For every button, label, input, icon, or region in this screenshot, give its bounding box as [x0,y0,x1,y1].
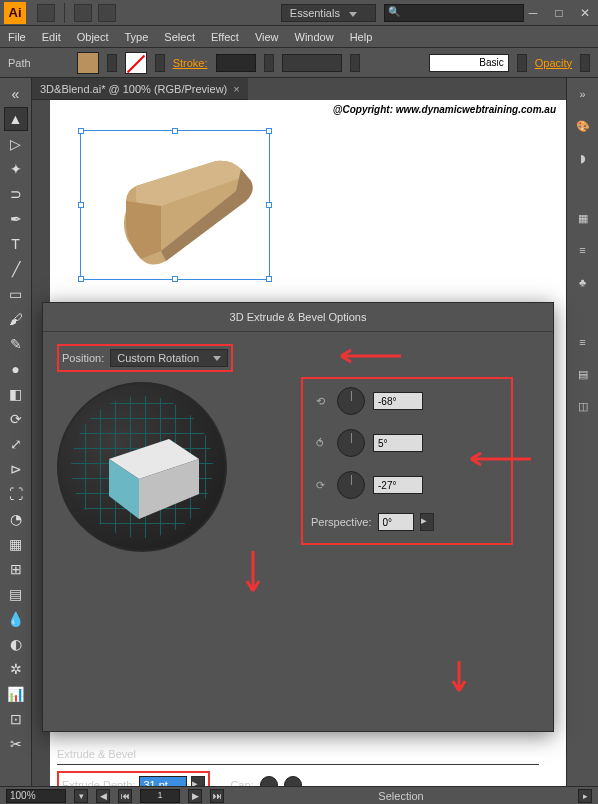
blob-brush-tool[interactable]: ● [4,357,28,381]
artboard-tool[interactable]: ⊡ [4,707,28,731]
maximize-button[interactable]: □ [550,6,568,20]
blend-tool[interactable]: ◐ [4,632,28,656]
selection-tool[interactable]: ▲ [4,107,28,131]
close-button[interactable]: ✕ [576,6,594,20]
transparency-panel-icon[interactable]: ◫ [571,394,595,418]
rotate-y-input[interactable] [373,434,423,452]
zoom-dropdown[interactable]: ▾ [74,789,88,803]
collapse-icon[interactable]: « [4,82,28,106]
handle-br[interactable] [266,276,272,282]
eyedropper-tool[interactable]: 💧 [4,607,28,631]
menu-type[interactable]: Type [125,31,149,43]
document-tab[interactable]: 3D&Blend.ai* @ 100% (RGB/Preview) × [32,78,248,100]
rotate-x-knob[interactable] [337,387,365,415]
rotate-y-knob[interactable] [337,429,365,457]
pencil-tool[interactable]: ✎ [4,332,28,356]
stroke-weight-dropdown[interactable] [264,54,274,72]
handle-bm[interactable] [172,276,178,282]
rotate-y-icon: ⥀ [311,436,329,450]
brushes-panel-icon[interactable]: ≡ [571,238,595,262]
menu-file[interactable]: File [8,31,26,43]
brush-preview[interactable]: Basic [429,54,509,72]
rotate-z-knob[interactable] [337,471,365,499]
menu-view[interactable]: View [255,31,279,43]
mesh-tool[interactable]: ⊞ [4,557,28,581]
rotation-preview[interactable] [57,382,227,552]
artboard-num[interactable]: 1 [140,789,180,803]
rotate-x-input[interactable] [373,392,423,410]
rotate-tool[interactable]: ⟳ [4,407,28,431]
collapse-right-icon[interactable]: » [571,82,595,106]
artboard-next[interactable]: ▶ [188,789,202,803]
graph-tool[interactable]: 📊 [4,682,28,706]
symbol-sprayer-tool[interactable]: ✲ [4,657,28,681]
opacity-label[interactable]: Opacity [535,57,572,69]
menu-edit[interactable]: Edit [42,31,61,43]
close-tab-icon[interactable]: × [233,83,239,95]
workspace-label: Essentials [290,7,340,19]
symbols-panel-icon[interactable]: ♣ [571,270,595,294]
brush-dropdown[interactable] [517,54,527,72]
rotate-z-input[interactable] [373,476,423,494]
artboard-first[interactable]: ⏮ [118,789,132,803]
app-logo: Ai [4,2,26,24]
menu-window[interactable]: Window [295,31,334,43]
stroke-label[interactable]: Stroke: [173,57,208,69]
gradient-panel-icon[interactable]: ▤ [571,362,595,386]
perspective-slider-icon[interactable]: ▸ [420,513,434,531]
color-guide-icon[interactable]: ◗ [571,146,595,170]
perspective-tool[interactable]: ▦ [4,532,28,556]
position-highlight: Position: Custom Rotation [57,344,233,372]
zoom-input[interactable] [6,789,66,803]
perspective-input[interactable] [378,513,414,531]
handle-tr[interactable] [266,128,272,134]
arrange2-icon[interactable] [98,4,116,22]
preview-cube[interactable] [89,424,209,524]
handle-bl[interactable] [78,276,84,282]
color-panel-icon[interactable]: 🎨 [571,114,595,138]
stroke-dropdown[interactable] [155,54,165,72]
workspace-dropdown[interactable]: Essentials [281,4,376,22]
handle-tm[interactable] [172,128,178,134]
menu-object[interactable]: Object [77,31,109,43]
stroke-panel-icon[interactable]: ≡ [571,330,595,354]
line-tool[interactable]: ╱ [4,257,28,281]
menu-help[interactable]: Help [350,31,373,43]
shape-builder-tool[interactable]: ◔ [4,507,28,531]
position-dropdown[interactable]: Custom Rotation [110,349,228,367]
stroke-swatch[interactable] [125,52,147,74]
fill-swatch[interactable] [77,52,99,74]
fill-dropdown[interactable] [107,54,117,72]
arrange-icon[interactable] [74,4,92,22]
search-input[interactable] [384,4,524,22]
menu-select[interactable]: Select [164,31,195,43]
direct-selection-tool[interactable]: ▷ [4,132,28,156]
artboard-last[interactable]: ⏭ [210,789,224,803]
selection-bounding-box[interactable] [80,130,270,280]
pen-tool[interactable]: ✒ [4,207,28,231]
stroke-profile[interactable] [282,54,342,72]
opacity-dropdown[interactable] [580,54,590,72]
bridge-icon[interactable] [37,4,55,22]
width-tool[interactable]: ⊳ [4,457,28,481]
scale-tool[interactable]: ⤢ [4,432,28,456]
handle-tl[interactable] [78,128,84,134]
menu-effect[interactable]: Effect [211,31,239,43]
free-transform-tool[interactable]: ⛶ [4,482,28,506]
slice-tool[interactable]: ✂ [4,732,28,756]
eraser-tool[interactable]: ◧ [4,382,28,406]
stroke-weight-input[interactable] [216,54,256,72]
handle-ml[interactable] [78,202,84,208]
gradient-tool[interactable]: ▤ [4,582,28,606]
type-tool[interactable]: T [4,232,28,256]
swatches-panel-icon[interactable]: ▦ [571,206,595,230]
status-menu[interactable]: ▸ [578,789,592,803]
minimize-button[interactable]: ─ [524,6,542,20]
handle-mr[interactable] [266,202,272,208]
rectangle-tool[interactable]: ▭ [4,282,28,306]
lasso-tool[interactable]: ⊃ [4,182,28,206]
artboard-prev[interactable]: ◀ [96,789,110,803]
brush-tool[interactable]: 🖌 [4,307,28,331]
magic-wand-tool[interactable]: ✦ [4,157,28,181]
stroke-profile-dropdown[interactable] [350,54,360,72]
